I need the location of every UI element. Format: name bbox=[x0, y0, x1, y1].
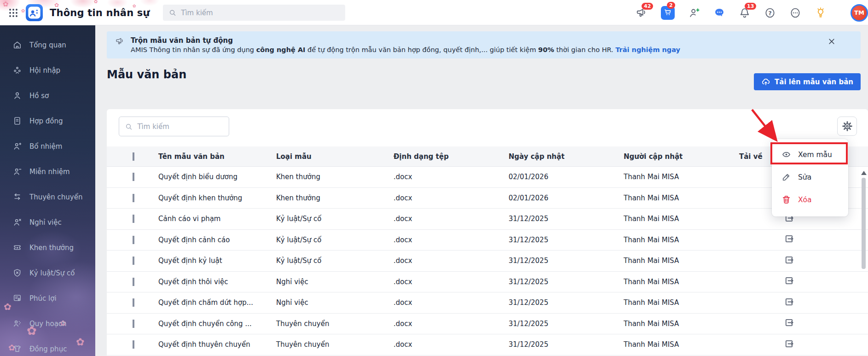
sidebar-item-uniform[interactable]: Đồng phục bbox=[0, 336, 95, 356]
cell-updated-date: 31/12/2025 bbox=[502, 278, 617, 286]
table-row[interactable]: Cảnh cáo vi phạm Kỷ luật/Sự cố .docx 31/… bbox=[107, 209, 868, 230]
store-cart-button[interactable]: 2 bbox=[661, 6, 675, 20]
cell-template-type: Nghỉ việc bbox=[270, 278, 387, 286]
download-template-button[interactable] bbox=[784, 275, 794, 286]
table-search-input[interactable] bbox=[137, 123, 223, 131]
cell-file-format: .docx bbox=[387, 257, 502, 265]
global-search-input[interactable] bbox=[181, 9, 339, 17]
chat-button[interactable] bbox=[713, 7, 725, 19]
column-header-format[interactable]: Định dạng tệp bbox=[387, 152, 502, 161]
trash-icon bbox=[781, 195, 791, 204]
cell-file-format: .docx bbox=[387, 194, 502, 202]
row-checkbox[interactable] bbox=[133, 215, 134, 223]
table-search[interactable] bbox=[119, 117, 229, 136]
person-icon bbox=[12, 91, 22, 100]
row-checkbox[interactable] bbox=[133, 236, 134, 244]
cell-template-type: Thuyên chuyển bbox=[270, 340, 387, 349]
invite-user-button[interactable] bbox=[688, 7, 700, 19]
table-row[interactable]: Quyết định chấm dứt hợp... Nghỉ việc .do… bbox=[107, 292, 868, 314]
row-checkbox[interactable] bbox=[133, 320, 134, 328]
banner-try-now-link[interactable]: Trải nghiệm ngay bbox=[615, 46, 680, 53]
sidebar-item-transfer[interactable]: Thuyên chuyển bbox=[0, 184, 95, 210]
table-row[interactable]: Quyết định kỷ luật Kỷ luật/Sự cố .docx 3… bbox=[107, 251, 868, 272]
table-row[interactable]: Quyết định cảnh cáo Kỷ luật/Sự cố .docx … bbox=[107, 230, 868, 251]
download-template-button[interactable] bbox=[784, 338, 794, 349]
sidebar-item-discipline[interactable]: Kỷ luật/Sự cố bbox=[0, 260, 95, 286]
sidebar-item-planning[interactable]: Quy hoạch bbox=[0, 311, 95, 336]
sidebar-item-rewards[interactable]: Khen thưởng bbox=[0, 235, 95, 260]
export-icon bbox=[784, 297, 794, 307]
sidebar-item-label: Hội nhập bbox=[29, 66, 60, 75]
table-row[interactable]: Quyết định thuyên chuyển Thuyên chuyển .… bbox=[107, 334, 868, 356]
table-row[interactable]: Quyết định chuyển công ... Thuyên chuyển… bbox=[107, 314, 868, 335]
banner-text: Trộn mẫu văn bản tự động AMIS Thông tin … bbox=[131, 36, 680, 55]
menu-item-edit[interactable]: Sửa bbox=[772, 166, 848, 188]
column-header-date[interactable]: Ngày cập nhật bbox=[502, 152, 617, 161]
download-template-button[interactable] bbox=[784, 317, 794, 328]
row-checkbox[interactable] bbox=[133, 278, 134, 286]
table-row[interactable]: Quyết định khen thưởng Khen thưởng .docx… bbox=[107, 188, 868, 209]
sidebar-item-profiles[interactable]: Hồ sơ bbox=[0, 83, 95, 108]
global-search[interactable] bbox=[163, 5, 345, 21]
sidebar-item-contracts[interactable]: Hợp đồng bbox=[0, 108, 95, 134]
row-checkbox[interactable] bbox=[133, 257, 134, 265]
table-row[interactable]: Quyết định thôi việc Nghỉ việc .docx 31/… bbox=[107, 272, 868, 293]
table-settings-button[interactable] bbox=[837, 117, 857, 136]
notifications-bell-button[interactable]: 13 bbox=[739, 7, 751, 19]
banner-megaphone-icon bbox=[115, 36, 125, 46]
scrollbar-up-arrow[interactable] bbox=[861, 171, 867, 175]
cell-template-type: Kỷ luật/Sự cố bbox=[270, 215, 387, 223]
templates-card: Tên mẫu văn bản Loại mẫu Định dạng tệp N… bbox=[107, 109, 868, 356]
search-icon bbox=[125, 122, 133, 131]
app-launcher-grid-icon[interactable] bbox=[8, 7, 19, 18]
column-header-type[interactable]: Loại mẫu bbox=[270, 152, 387, 161]
cell-template-type: Khen thưởng bbox=[270, 194, 387, 202]
column-header-updater[interactable]: Người cập nhật bbox=[617, 152, 732, 161]
user-avatar[interactable]: TM bbox=[851, 4, 868, 22]
cell-template-name: Quyết định chấm dứt hợp... bbox=[152, 298, 270, 307]
announcements-megaphone-button[interactable]: 42 bbox=[636, 7, 648, 19]
export-icon bbox=[784, 255, 794, 265]
cell-template-name: Quyết định kỷ luật bbox=[152, 257, 270, 265]
scrollbar-thumb[interactable] bbox=[862, 178, 866, 269]
upload-template-button[interactable]: Tải lên mẫu văn bản bbox=[754, 73, 861, 90]
whats-new-button[interactable] bbox=[815, 7, 827, 19]
more-options-button[interactable] bbox=[789, 7, 801, 19]
row-checkbox[interactable] bbox=[133, 298, 134, 307]
sidebar-item-appointment[interactable]: Bổ nhiệm bbox=[0, 134, 95, 159]
select-all-checkbox[interactable] bbox=[133, 152, 134, 161]
row-checkbox[interactable] bbox=[133, 340, 134, 349]
help-button[interactable]: ? bbox=[764, 7, 776, 19]
menu-item-delete[interactable]: Xóa bbox=[772, 188, 848, 211]
cell-file-format: .docx bbox=[387, 320, 502, 328]
sidebar-item-onboarding[interactable]: Hội nhập bbox=[0, 58, 95, 83]
app-title: Thông tin nhân sự bbox=[50, 7, 150, 18]
sidebar-item-resignation[interactable]: Nghỉ việc bbox=[0, 210, 95, 235]
ticket-star-icon bbox=[12, 243, 22, 252]
row-checkbox[interactable] bbox=[133, 173, 134, 181]
swap-icon bbox=[12, 192, 22, 202]
sidebar-item-label: Nghỉ việc bbox=[29, 218, 62, 227]
download-template-button[interactable] bbox=[784, 297, 794, 307]
table-row[interactable]: Quyết định biểu dương Khen thưởng .docx … bbox=[107, 167, 868, 188]
hr-app-logo-icon[interactable] bbox=[26, 4, 43, 21]
download-template-button[interactable] bbox=[784, 233, 794, 244]
row-checkbox[interactable] bbox=[133, 194, 134, 202]
topbar: ✿ ✿ ✿ ✿ ✿ Thông tin nhân sự 42 2 bbox=[0, 0, 868, 25]
person-plus-icon bbox=[12, 141, 22, 151]
sidebar-item-label: Thuyên chuyển bbox=[29, 193, 82, 201]
download-template-button[interactable] bbox=[784, 255, 794, 265]
sidebar-item-benefits[interactable]: Phúc lợi bbox=[0, 286, 95, 311]
benefit-card-icon bbox=[12, 293, 22, 303]
banner-title: Trộn mẫu văn bản tự động bbox=[131, 36, 680, 45]
column-header-name[interactable]: Tên mẫu văn bản bbox=[152, 152, 270, 161]
lightbulb-icon bbox=[815, 7, 827, 19]
chat-bubble-icon bbox=[713, 7, 725, 19]
sidebar-item-dismissal[interactable]: Miễn nhiệm bbox=[0, 159, 95, 184]
banner-body-mid: để tự động trộn mẫu văn bản hợp đồng, qu… bbox=[306, 46, 538, 53]
export-icon bbox=[784, 338, 794, 349]
cell-updated-by: Thanh Mai MISA bbox=[617, 236, 732, 244]
sidebar-item-overview[interactable]: Tổng quan bbox=[0, 32, 95, 58]
banner-close-icon[interactable] bbox=[827, 37, 836, 46]
banner-body: AMIS Thông tin nhân sự đã ứng dụng công … bbox=[131, 45, 680, 55]
